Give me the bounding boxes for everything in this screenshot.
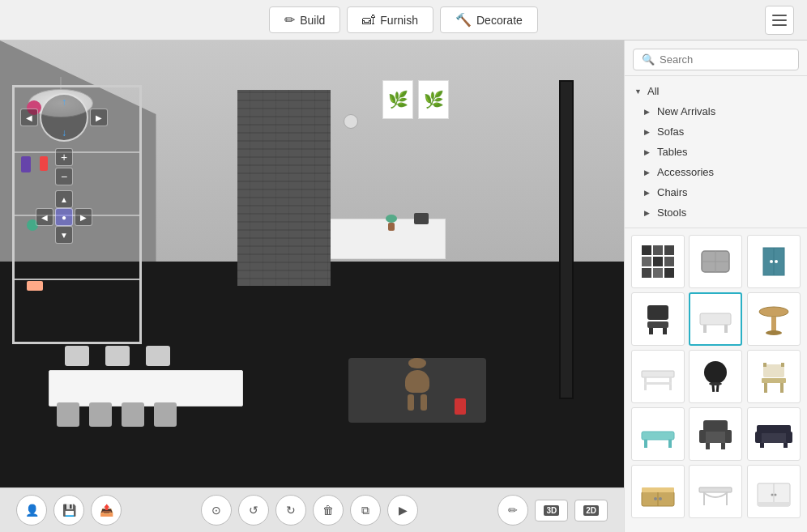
top-bar-tabs: ✏ Build 🛋 Furnish 🔨 Decorate <box>269 6 538 33</box>
svg-rect-18 <box>649 328 653 334</box>
cushion-svg <box>695 241 736 282</box>
svg-rect-8 <box>664 268 674 278</box>
plant-top <box>386 215 397 223</box>
sofa-dark-svg <box>754 414 794 454</box>
furniture-item-chair-wood[interactable] <box>747 350 801 403</box>
category-accessories[interactable]: ▶ Accessories <box>625 162 807 182</box>
brick-wall <box>237 90 331 287</box>
category-stools[interactable]: ▶ Stools <box>625 202 807 223</box>
category-sofas[interactable]: ▶ Sofas <box>625 121 807 142</box>
pan-up-btn[interactable]: ▲ <box>55 190 73 208</box>
search-input[interactable] <box>660 53 790 66</box>
zoom-in-btn[interactable]: + <box>55 148 73 166</box>
user-button[interactable]: 👤 <box>16 495 47 526</box>
copy-icon: ⧉ <box>361 504 369 517</box>
save-icon: 💾 <box>62 504 76 517</box>
category-chairs[interactable]: ▶ Chairs <box>625 182 807 202</box>
bottom-center-section: ⊙ ↺ ↻ 🗑 ⧉ ▶ <box>201 495 418 526</box>
bottom-right-section: ✏ 3D 2D <box>497 495 608 526</box>
delete-button[interactable]: 🗑 <box>313 495 344 526</box>
dining-chair-top-1 <box>65 346 89 366</box>
furniture-item-chair-black[interactable] <box>689 350 742 403</box>
svg-rect-50 <box>757 425 791 433</box>
zoom-out-btn[interactable]: − <box>55 168 73 185</box>
dining-table <box>49 370 243 406</box>
category-stools-label: Stools <box>657 206 686 219</box>
pan-center-btn[interactable]: ● <box>55 208 73 226</box>
teal-table-svg <box>638 414 678 454</box>
furniture-item-storage-wood[interactable] <box>631 465 685 518</box>
svg-rect-54 <box>784 443 788 448</box>
edit-button[interactable]: ✏ <box>497 495 528 526</box>
orbit-right-btn[interactable]: ▶ <box>90 109 108 126</box>
decorate-icon: 🔨 <box>455 12 472 28</box>
chairs-arrow-icon: ▶ <box>644 189 652 197</box>
svg-point-23 <box>759 307 788 317</box>
tab-furnish[interactable]: 🛋 Furnish <box>347 6 433 33</box>
svg-rect-26 <box>642 371 674 377</box>
rotate-left-button[interactable]: ↺ <box>238 495 269 526</box>
dining-area <box>41 346 251 427</box>
furniture-item-cabinet-white[interactable] <box>747 465 801 518</box>
view-3d-icon: 3D <box>544 505 559 516</box>
furniture-item-sofa-dark[interactable] <box>747 407 801 461</box>
share-button[interactable]: 📤 <box>91 495 122 526</box>
category-sofas-label: Sofas <box>657 126 684 138</box>
viewport[interactable]: 🌿 🌿 ◀ ▶ <box>0 40 624 532</box>
pan-left-btn[interactable]: ◀ <box>36 208 53 226</box>
furniture-item-coffee-table[interactable] <box>689 292 742 346</box>
build-icon: ✏ <box>284 12 295 28</box>
monitor <box>414 213 429 224</box>
svg-point-14 <box>770 260 773 263</box>
furniture-item-white-table[interactable] <box>631 350 685 403</box>
category-tables[interactable]: ▶ Tables <box>625 142 807 162</box>
copy-button[interactable]: ⧉ <box>350 495 381 526</box>
trash-can <box>455 398 466 415</box>
stools-arrow-icon: ▶ <box>644 209 652 217</box>
furniture-item-cushion[interactable] <box>689 235 742 288</box>
menu-button[interactable] <box>765 6 794 35</box>
accessories-arrow-icon: ▶ <box>644 168 652 177</box>
pan-down-btn[interactable]: ▼ <box>55 226 73 244</box>
tab-build[interactable]: ✏ Build <box>269 6 340 33</box>
rotate-object-button[interactable]: ⊙ <box>201 495 232 526</box>
dining-chair-bottom-1 <box>57 402 79 427</box>
sofas-arrow-icon: ▶ <box>644 128 652 136</box>
svg-point-15 <box>775 260 778 263</box>
nav-controls: ◀ ▶ + − ▲ ◀ ● ▶ ▼ <box>20 93 108 244</box>
play-button[interactable]: ▶ <box>387 495 418 526</box>
search-bar: 🔍 <box>625 40 807 76</box>
svg-rect-7 <box>653 268 663 278</box>
tab-decorate[interactable]: 🔨 Decorate <box>440 6 538 33</box>
dining-chair-bottom-3 <box>122 402 144 427</box>
cabinet-white-svg <box>754 471 794 512</box>
furniture-item-metal-table[interactable] <box>689 465 742 518</box>
furniture-item-side-table[interactable] <box>747 292 801 346</box>
rotate-left-icon: ↺ <box>249 504 258 517</box>
category-all[interactable]: ▼ All <box>625 81 807 101</box>
svg-rect-1 <box>653 245 663 255</box>
rotate-right-button[interactable]: ↻ <box>275 495 306 526</box>
furniture-item-chair-dark[interactable] <box>631 292 685 346</box>
svg-rect-51 <box>755 432 762 443</box>
pan-right-btn[interactable]: ▶ <box>75 208 92 226</box>
furniture-item-armchair[interactable] <box>689 407 742 461</box>
top-bar: ✏ Build 🛋 Furnish 🔨 Decorate <box>0 0 807 40</box>
view-2d-button[interactable]: 2D <box>574 500 608 521</box>
svg-rect-0 <box>642 245 651 255</box>
furniture-item-teal-table[interactable] <box>631 407 685 461</box>
view-3d-button[interactable]: 3D <box>535 500 568 521</box>
category-new-arrivals[interactable]: ▶ New Arrivals <box>625 101 807 121</box>
furniture-item-cabinet[interactable] <box>747 235 801 288</box>
orbit-left-btn[interactable]: ◀ <box>20 109 38 126</box>
furniture-item-wall-deco[interactable] <box>631 235 685 288</box>
all-arrow-icon: ▼ <box>634 87 643 96</box>
tab-build-label: Build <box>300 14 325 27</box>
compass[interactable] <box>40 93 88 142</box>
user-icon: 👤 <box>25 504 39 517</box>
svg-rect-35 <box>762 378 786 383</box>
category-all-label: All <box>647 85 659 97</box>
category-accessories-label: Accessories <box>657 166 714 178</box>
shelf-decor-5 <box>27 281 43 291</box>
save-button[interactable]: 💾 <box>53 495 84 526</box>
